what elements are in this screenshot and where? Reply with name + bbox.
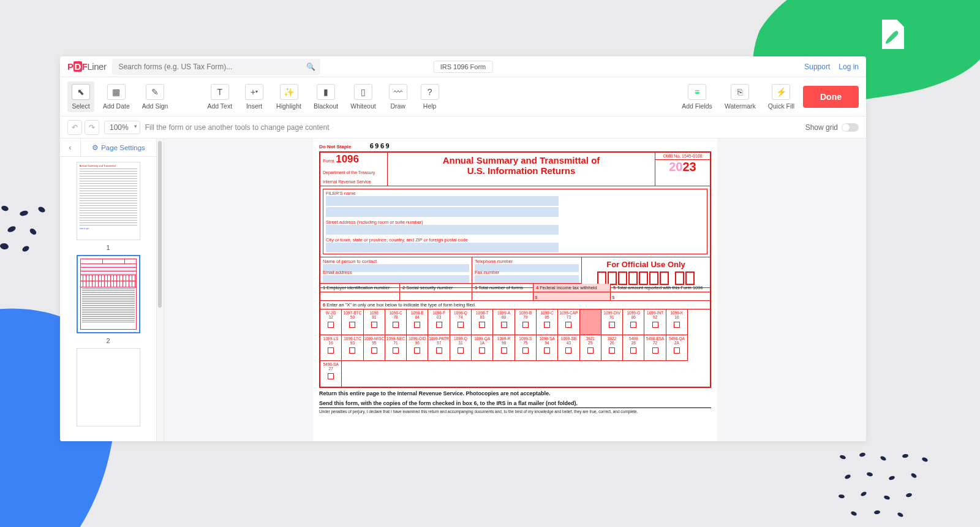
search-icon[interactable]: 🔍 [306, 63, 315, 71]
show-grid-toggle[interactable]: Show grid [805, 123, 859, 132]
form-type-checkbox[interactable]: 1099-R98 [493, 335, 514, 361]
svg-point-2 [859, 452, 865, 457]
zoom-select[interactable]: 100% [104, 121, 140, 134]
fax-input[interactable] [475, 275, 579, 283]
toggle-icon [842, 123, 859, 132]
box3-input[interactable] [472, 292, 533, 300]
form-type-checkbox[interactable]: 1098-Q74 [450, 309, 472, 335]
form-type-checkbox[interactable]: 1098-E84 [407, 309, 428, 335]
add-date-tool[interactable]: ▦Add Date [99, 82, 134, 112]
select-tool[interactable]: ⬉Select [67, 82, 94, 112]
form-type-checkbox[interactable]: 1098-C78 [385, 309, 407, 335]
form-type-checkbox[interactable]: 1097-BTC50 [342, 309, 363, 335]
form-type-checkbox[interactable]: 1099-G86 [623, 309, 644, 335]
cursor-icon: ⬉ [72, 84, 90, 100]
support-link[interactable]: Support [804, 63, 830, 71]
signature-icon: ✎ [146, 84, 164, 100]
form-type-checkbox[interactable]: 392125 [580, 335, 601, 361]
help-icon: ? [421, 84, 439, 100]
draw-tool[interactable]: 〰Draw [385, 82, 412, 112]
svg-point-1 [839, 454, 846, 460]
form-type-checkbox[interactable]: 1099-QA1A [472, 335, 493, 361]
redo-button[interactable]: ↷ [85, 120, 99, 135]
highlight-tool[interactable]: ✨Highlight [273, 82, 305, 112]
done-button[interactable]: Done [803, 86, 859, 108]
form-type-checkbox[interactable]: 5498-QA2A [666, 335, 688, 361]
blackout-tool[interactable]: ▮Blackout [310, 82, 342, 112]
street-input[interactable] [326, 225, 559, 235]
calendar-icon: ▦ [107, 84, 126, 100]
form-type-checkbox[interactable]: 1099-DIV91 [601, 309, 623, 335]
form-page: Do Not Staple6969 Form 1096Department of… [313, 138, 717, 441]
form-type-checkbox[interactable]: 1098-T83 [472, 309, 493, 335]
add-text-tool[interactable]: TAdd Text [203, 82, 236, 112]
help-tool[interactable]: ?Help [417, 82, 443, 112]
form-type-checkbox[interactable]: 1099-C85 [537, 309, 558, 335]
add-sign-tool[interactable]: ✎Add Sign [138, 82, 172, 112]
form-type-checkbox[interactable]: 5498-SA27 [320, 361, 342, 387]
sidebar-back-button[interactable]: ‹ [60, 138, 81, 157]
box2-input[interactable] [400, 292, 472, 300]
thumbnail-page-1[interactable]: Annual Summary and Transmittalwww.irs.go… [77, 162, 140, 240]
form-type-checkbox[interactable]: 1099-LTC93 [342, 335, 363, 361]
watermark-tool[interactable]: ⎘Watermark [721, 82, 760, 112]
whiteout-tool[interactable]: ▯Whiteout [347, 82, 379, 112]
login-link[interactable]: Log in [839, 63, 859, 71]
form-type-checkbox[interactable]: 1099-NEC71 [385, 335, 407, 361]
form-type-checkbox[interactable]: 1099-LS16 [320, 335, 342, 361]
form-type-checkbox[interactable]: 5498-ESA72 [644, 335, 666, 361]
form-type-checkbox[interactable]: W-2G32 [320, 309, 342, 335]
form-type-checkbox[interactable]: 1099-SA94 [537, 335, 558, 361]
show-grid-label: Show grid [805, 123, 838, 132]
form-type-checkbox[interactable]: 1099-K10 [666, 309, 688, 335]
footer-line-2: Send this form, with the copies of the f… [319, 398, 711, 408]
thumb-2-label: 2 [106, 337, 110, 344]
logo: PDFLiner [67, 61, 106, 72]
app-window: PDFLiner 🔍 IRS 1096 Form Support Log in … [60, 56, 866, 441]
city-input[interactable] [326, 243, 559, 252]
form-type-checkbox[interactable]: 1099-B79 [515, 309, 537, 335]
search-input[interactable] [112, 59, 320, 75]
svg-point-9 [910, 472, 918, 479]
insert-tool[interactable]: +▾Insert [241, 82, 268, 112]
page-settings-button[interactable]: ⚙Page Settings [81, 143, 156, 152]
thumbnail-page-2[interactable] [77, 255, 140, 333]
form-type-checkbox[interactable]: 1099-OID96 [407, 335, 428, 361]
document-name[interactable]: IRS 1096 Form [434, 61, 493, 73]
undo-button[interactable]: ↶ [67, 120, 82, 135]
secondary-bar: ↶ ↷ 100% Fill the form or use another to… [60, 116, 866, 138]
form-type-checkbox[interactable] [580, 309, 601, 335]
header-links: Support Log in [804, 63, 859, 71]
form-type-checkbox[interactable]: 1099-S75 [515, 335, 537, 361]
thumbnail-page-3[interactable] [77, 348, 140, 427]
navy-dots-decoration [833, 447, 931, 521]
form-type-checkbox[interactable]: 1099-MISC95 [364, 335, 385, 361]
hint-text: Fill the form or use another tools to ch… [145, 123, 330, 132]
form-type-checkbox[interactable]: 1099-INT92 [644, 309, 666, 335]
svg-point-11 [860, 491, 867, 497]
undo-redo: ↶ ↷ [67, 120, 99, 135]
form-type-checkbox[interactable]: 1099-PATR97 [428, 335, 450, 361]
add-fields-tool[interactable]: ≡Add Fields [678, 82, 716, 112]
svg-point-12 [883, 495, 890, 500]
navy-dots-decoration [0, 202, 55, 257]
do-not-staple-label: Do Not Staple [319, 144, 351, 150]
form-type-checkbox[interactable]: 1099-SB43 [558, 335, 579, 361]
form-type-checkbox[interactable]: 1098-F03 [428, 309, 450, 335]
filers-name-input[interactable] [326, 196, 559, 206]
box4-input[interactable]: $ [533, 292, 611, 300]
box5-input[interactable]: $ [611, 292, 710, 300]
svg-point-15 [874, 510, 881, 515]
form-type-checkbox[interactable]: 1099-Q31 [450, 335, 472, 361]
canvas[interactable]: Do Not Staple6969 Form 1096Department of… [164, 138, 866, 441]
form-type-checkbox[interactable]: 1099-A80 [493, 309, 514, 335]
form-type-checkbox[interactable]: 109881 [364, 309, 385, 335]
quick-fill-tool[interactable]: ⚡Quick Fill [764, 82, 798, 112]
form-type-checkbox[interactable]: 392226 [601, 335, 623, 361]
filers-name-input-2[interactable] [326, 207, 559, 217]
email-input[interactable] [323, 275, 469, 283]
form-type-checkbox[interactable]: 549828 [623, 335, 644, 361]
form-type-checkbox[interactable]: 1099-CAP73 [558, 309, 579, 335]
box1-input[interactable] [320, 292, 400, 300]
sidebar-scrollbar[interactable] [157, 138, 164, 441]
